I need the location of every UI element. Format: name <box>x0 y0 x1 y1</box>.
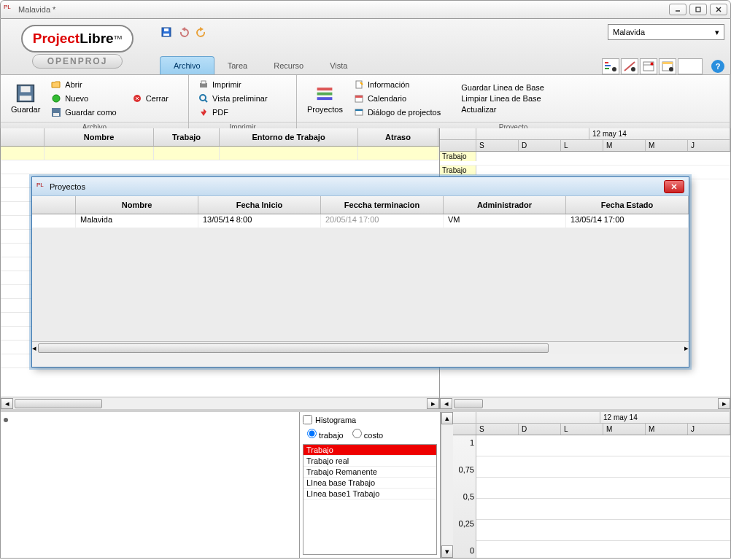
scroll-left-icon[interactable]: ◂ <box>1 398 13 409</box>
guardar-button[interactable]: Guardar <box>7 80 45 117</box>
costo-radio[interactable] <box>352 429 362 438</box>
dlg-cell-inicio[interactable]: 13/05/14 8:00 <box>198 214 321 228</box>
trabajo-radio[interactable] <box>307 429 317 438</box>
dlg-header-nombre[interactable]: Nombre <box>76 196 198 214</box>
svg-point-23 <box>53 95 60 102</box>
list-item[interactable]: LInea base1 Trabajo <box>303 489 436 499</box>
maximize-button[interactable] <box>689 4 707 15</box>
list-item[interactable]: LInea base Trabajo <box>303 478 436 489</box>
imprimir-button[interactable]: Imprimir <box>195 78 271 91</box>
undo-icon[interactable] <box>177 26 190 39</box>
limpiar-linea-button[interactable]: Limpiar Linea de Base <box>458 93 547 104</box>
dlg-cell-admin[interactable]: VM <box>444 214 566 228</box>
nuevo-button[interactable]: Nuevo <box>47 92 119 105</box>
close-button[interactable] <box>710 4 727 15</box>
gantt-view-icon[interactable] <box>602 58 619 74</box>
ribbon-group-proyecto: Proyectos Información Calendario Diálogo… <box>297 75 730 128</box>
svg-rect-5 <box>163 34 169 36</box>
scroll-up-icon[interactable]: ▴ <box>441 412 453 424</box>
dialog-hscroll[interactable]: ◂ ▸ <box>32 341 689 354</box>
list-item[interactable]: Trabajo real <box>303 456 436 467</box>
minimize-button[interactable] <box>669 4 686 15</box>
help-icon[interactable]: ? <box>711 60 724 73</box>
dlg-header-estado[interactable]: Fecha Estado <box>566 196 689 214</box>
dialog-grid-header: Nombre Fecha Inicio Feccha terminacion A… <box>32 196 689 214</box>
bottom-chart: 12 may 14 S D L M M J 1 0,75 0,5 0,25 <box>453 412 730 558</box>
gantt-day: M <box>646 140 688 151</box>
bottom-left-pane[interactable] <box>1 412 300 558</box>
series-list[interactable]: Trabajo Trabajo real Trabajo Remanente L… <box>303 444 437 555</box>
pert-view-icon[interactable] <box>621 58 638 74</box>
histograma-label: Histograma <box>315 416 356 424</box>
dlg-cell-nombre[interactable]: Malavida <box>76 214 198 228</box>
svg-point-10 <box>612 67 616 71</box>
histogram-vscroll[interactable]: ▴ ▾ <box>441 412 453 558</box>
resource-view-icon[interactable] <box>659 58 676 74</box>
cerrar-button[interactable]: Cerrar <box>128 92 171 105</box>
scroll-right-icon[interactable]: ▸ <box>718 398 730 409</box>
scroll-right-icon[interactable]: ▸ <box>684 343 689 353</box>
histogram-panel: Histograma trabajo costo Trabajo Trabajo… <box>300 412 441 558</box>
list-item[interactable]: Trabajo <box>303 445 436 456</box>
gantt-hscroll[interactable]: ◂ ▸ <box>440 397 730 409</box>
scroll-left-icon[interactable]: ◂ <box>440 398 452 409</box>
dlg-header-fin[interactable]: Feccha terminacion <box>321 196 444 214</box>
chart-day: M <box>646 424 688 435</box>
y-tick: 1 <box>455 438 474 447</box>
gantt-row[interactable]: Trabajo <box>440 152 730 166</box>
scroll-thumb[interactable] <box>454 399 483 408</box>
guardar-linea-button[interactable]: Guardar Linea de Base <box>458 82 547 93</box>
informacion-button[interactable]: Información <box>350 78 444 91</box>
dlg-cell-fin[interactable]: 20/05/14 17:00 <box>321 214 444 228</box>
scroll-thumb[interactable] <box>15 399 102 408</box>
dialog-row[interactable]: Malavida 13/05/14 8:00 20/05/14 17:00 VM… <box>32 214 689 228</box>
chart-header: 12 may 14 S D L M M J <box>453 412 730 435</box>
wbs-view-icon[interactable] <box>640 58 657 74</box>
scroll-left-icon[interactable]: ◂ <box>32 343 36 353</box>
histograma-checkbox[interactable] <box>303 415 312 424</box>
blank-tool[interactable] <box>678 58 703 74</box>
scroll-down-icon[interactable]: ▾ <box>441 545 453 558</box>
proyectos-button[interactable]: Proyectos <box>303 80 347 117</box>
dialog-titlebar[interactable]: PL Proyectos <box>32 177 689 196</box>
dialog-close-button[interactable] <box>664 180 684 193</box>
grid-row[interactable] <box>1 160 439 174</box>
save-icon[interactable] <box>160 26 173 39</box>
dlg-cell-estado[interactable]: 13/05/14 17:00 <box>566 214 689 228</box>
project-dropdown[interactable]: Malavida ▾ <box>608 24 724 40</box>
dlg-header-admin[interactable]: Administrador <box>444 196 566 214</box>
tab-vista[interactable]: Vista <box>317 57 360 74</box>
calendario-button[interactable]: Calendario <box>350 92 444 105</box>
grid-header-trabajo[interactable]: Trabajo <box>154 128 220 146</box>
scroll-right-icon[interactable]: ▸ <box>427 398 439 409</box>
grid-header-nombre[interactable]: Nombre <box>45 128 154 146</box>
dialogo-projectos-button[interactable]: Diálogo de projectos <box>350 106 444 119</box>
ribbon-tabs: Archivo Tarea Recurso Vista ? <box>154 45 730 74</box>
list-item[interactable]: Trabajo Remanente <box>303 467 436 478</box>
grid-header-entorno[interactable]: Entorno de Trabajo <box>220 128 358 146</box>
tab-archivo[interactable]: Archivo <box>160 56 214 74</box>
tab-tarea[interactable]: Tarea <box>214 57 261 74</box>
abrir-button[interactable]: Abrir <box>47 78 119 91</box>
chart-grid[interactable] <box>476 435 730 558</box>
histograma-checkbox-row[interactable]: Histograma <box>303 415 437 424</box>
guardar-como-button[interactable]: Guardar como <box>47 106 119 119</box>
pdf-button[interactable]: PDF <box>195 106 271 119</box>
tab-recurso[interactable]: Recurso <box>260 57 317 74</box>
dlg-header-blank[interactable] <box>32 196 76 214</box>
grid-header-blank[interactable] <box>1 128 45 146</box>
vista-preliminar-button[interactable]: Vista preliminar <box>195 92 271 105</box>
trabajo-radio-row[interactable]: trabajo <box>307 429 344 440</box>
svg-rect-41 <box>355 109 363 111</box>
actualizar-button[interactable]: Actualizar <box>458 104 547 114</box>
gantt-day: M <box>603 140 646 151</box>
costo-radio-row[interactable]: costo <box>352 429 383 440</box>
scroll-thumb[interactable] <box>38 343 549 353</box>
grid-hscroll[interactable]: ◂ ▸ <box>1 397 439 409</box>
redo-icon[interactable] <box>195 26 208 39</box>
print-icon <box>198 79 209 90</box>
dlg-header-inicio[interactable]: Fecha Inicio <box>198 196 321 214</box>
grid-header-atraso[interactable]: Atraso <box>358 128 438 146</box>
dialog-title: Proyectos <box>50 182 85 191</box>
grid-row[interactable] <box>1 147 439 160</box>
